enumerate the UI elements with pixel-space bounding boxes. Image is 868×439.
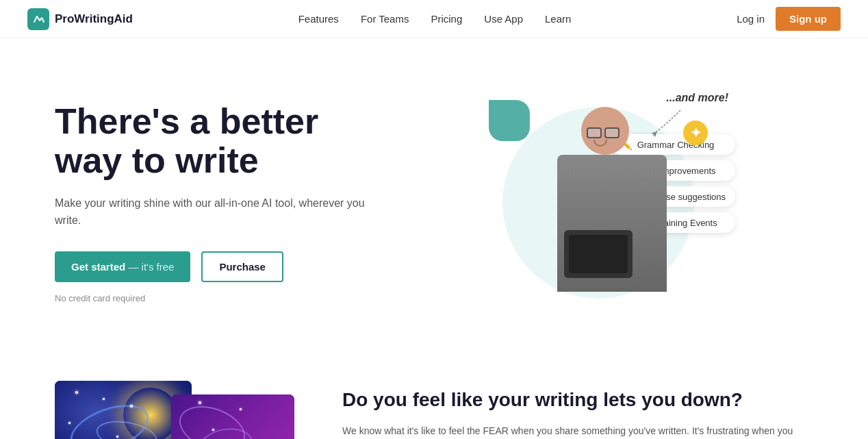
- no-credit-card-text: No credit card required: [55, 293, 383, 303]
- nav-actions: Log in Sign up: [737, 7, 841, 31]
- navbar: ProWritingAid Features For Teams Pricing…: [0, 0, 868, 38]
- logo[interactable]: ProWritingAid: [27, 8, 133, 30]
- nav-learn[interactable]: Learn: [545, 13, 571, 25]
- nav-links: Features For Teams Pricing Use App Learn: [298, 13, 572, 25]
- second-artwork-card: [171, 394, 294, 439]
- second-section: My idea in my head: [0, 353, 868, 439]
- purchase-button[interactable]: Purchase: [201, 251, 283, 282]
- star-badge: ✦: [683, 121, 708, 145]
- nav-for-teams[interactable]: For Teams: [361, 13, 409, 25]
- second-text: Do you feel like your writing lets you d…: [342, 381, 813, 439]
- teal-accent-shape: [489, 100, 530, 141]
- hero-section: There's a better way to write Make your …: [0, 38, 868, 353]
- logo-icon: [27, 8, 49, 30]
- nav-use-app[interactable]: Use App: [484, 13, 523, 25]
- nav-features[interactable]: Features: [298, 13, 339, 25]
- artwork-container: My idea in my head: [55, 381, 288, 439]
- hero-left: There's a better way to write Make your …: [55, 102, 383, 303]
- login-link[interactable]: Log in: [737, 13, 765, 25]
- get-started-button[interactable]: Get started — it's free: [55, 251, 190, 282]
- and-more-text: ...and more!: [666, 92, 728, 104]
- svg-marker-1: [652, 131, 657, 137]
- nav-pricing[interactable]: Pricing: [431, 13, 462, 25]
- hero-buttons: Get started — it's free Purchase: [55, 251, 383, 282]
- signup-button[interactable]: Sign up: [776, 7, 841, 31]
- second-title: Do you feel like your writing lets you d…: [342, 388, 813, 412]
- hero-subtitle: Make your writing shine with our all-in-…: [55, 195, 383, 229]
- hero-title: There's a better way to write: [55, 102, 383, 180]
- hero-illustration: ...and more! ✏️ Grammar Checking ⚡ Style…: [468, 79, 728, 326]
- hero-right: ...and more! ✏️ Grammar Checking ⚡ Style…: [383, 79, 813, 326]
- second-desc: We know what it's like to feel the FEAR …: [342, 423, 813, 439]
- arrow-decoration: [633, 107, 687, 141]
- brand-name: ProWritingAid: [55, 12, 133, 26]
